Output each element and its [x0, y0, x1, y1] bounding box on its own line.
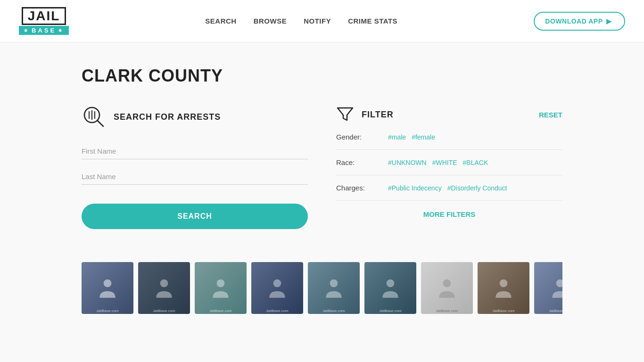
reset-filter-button[interactable]: RESET — [539, 111, 562, 119]
mugshot-card-3[interactable]: JailBase.com — [195, 262, 247, 314]
svg-marker-5 — [338, 108, 353, 120]
filter-tags-gender: #male #female — [388, 133, 435, 141]
page-title: CLARK COUNTY — [82, 66, 562, 86]
first-name-group — [82, 143, 308, 159]
site-header: JAIL ★ BASE ★ SEARCH BROWSE NOTIFY CRIME… — [0, 0, 644, 42]
mugshot-card-9[interactable]: JailBase.com — [534, 262, 562, 314]
filter-tag-disorderly-conduct[interactable]: #Disorderly Conduct — [447, 184, 507, 192]
filter-tags-charges: #Public Indecency #Disorderly Conduct — [388, 184, 507, 192]
nav-search[interactable]: SEARCH — [205, 17, 236, 25]
last-name-input[interactable] — [82, 169, 308, 185]
more-filters-button[interactable]: MORE FILTERS — [336, 201, 562, 218]
filter-header: FILTER RESET — [336, 105, 562, 124]
mugshot-card-7[interactable]: JailBase.com — [421, 262, 473, 314]
filter-label-charges: Charges: — [336, 184, 379, 192]
filter-tag-white[interactable]: #WHITE — [432, 159, 457, 166]
content-grid: SEARCH FOR ARRESTS SEARCH FILTER — [82, 105, 562, 229]
search-section-header: SEARCH FOR ARRESTS — [82, 105, 308, 129]
main-content: CLARK COUNTY SEARCH FOR ARRESTS — [63, 42, 581, 328]
filter-tag-unknown[interactable]: #UNKNOWN — [388, 159, 427, 166]
svg-point-9 — [273, 280, 281, 288]
svg-point-8 — [217, 280, 225, 288]
filter-tag-black[interactable]: #BLACK — [463, 159, 488, 166]
mugshot-card-1[interactable]: JailBase.com — [82, 262, 133, 314]
last-name-group — [82, 169, 308, 185]
search-section: SEARCH FOR ARRESTS SEARCH — [82, 105, 308, 229]
mugshot-card-2[interactable]: JailBase.com — [138, 262, 190, 314]
filter-section-title: FILTER — [362, 110, 394, 120]
svg-point-13 — [500, 280, 508, 288]
filter-row-race: Race: #UNKNOWN #WHITE #BLACK — [336, 150, 562, 175]
filter-tag-female[interactable]: #female — [412, 133, 435, 141]
download-app-button[interactable]: DOWNLOAD APP ▶ — [534, 12, 625, 31]
svg-point-11 — [387, 280, 395, 288]
filter-section: FILTER RESET Gender: #male #female Race:… — [336, 105, 562, 229]
svg-point-10 — [330, 280, 338, 288]
mugshot-card-8[interactable]: JailBase.com — [478, 262, 529, 314]
logo[interactable]: JAIL ★ BASE ★ — [19, 7, 69, 35]
svg-point-6 — [104, 280, 112, 288]
mugshot-card-4[interactable]: JailBase.com — [251, 262, 303, 314]
filter-row-charges: Charges: #Public Indecency #Disorderly C… — [336, 175, 562, 201]
filter-icon — [336, 105, 354, 124]
play-icon: ▶ — [606, 17, 612, 25]
first-name-input[interactable] — [82, 143, 308, 159]
filter-label-gender: Gender: — [336, 133, 379, 141]
logo-jail: JAIL — [22, 7, 66, 25]
nav-notify[interactable]: NOTIFY — [304, 17, 331, 25]
main-nav: SEARCH BROWSE NOTIFY CRIME STATS — [205, 17, 397, 25]
svg-point-7 — [160, 280, 168, 288]
svg-point-12 — [443, 280, 451, 288]
logo-base: ★ BASE ★ — [19, 26, 69, 35]
nav-browse[interactable]: BROWSE — [254, 17, 287, 25]
filter-tags-race: #UNKNOWN #WHITE #BLACK — [388, 159, 488, 166]
svg-line-1 — [98, 121, 104, 127]
mugshots-strip: JailBase.com JailBase.com JailBase.com — [82, 248, 562, 328]
filter-header-left: FILTER — [336, 105, 394, 124]
mugshot-card-5[interactable]: JailBase.com — [308, 262, 360, 314]
nav-crime-stats[interactable]: CRIME STATS — [348, 17, 397, 25]
filter-label-race: Race: — [336, 158, 379, 166]
filter-row-gender: Gender: #male #female — [336, 124, 562, 150]
svg-point-14 — [556, 280, 562, 288]
filter-tag-male[interactable]: #male — [388, 133, 406, 141]
search-arrests-icon — [82, 105, 106, 129]
filter-tag-public-indecency[interactable]: #Public Indecency — [388, 184, 442, 192]
search-button[interactable]: SEARCH — [82, 204, 308, 229]
search-section-title: SEARCH FOR ARRESTS — [114, 112, 221, 122]
mugshot-card-6[interactable]: JailBase.com — [364, 262, 416, 314]
